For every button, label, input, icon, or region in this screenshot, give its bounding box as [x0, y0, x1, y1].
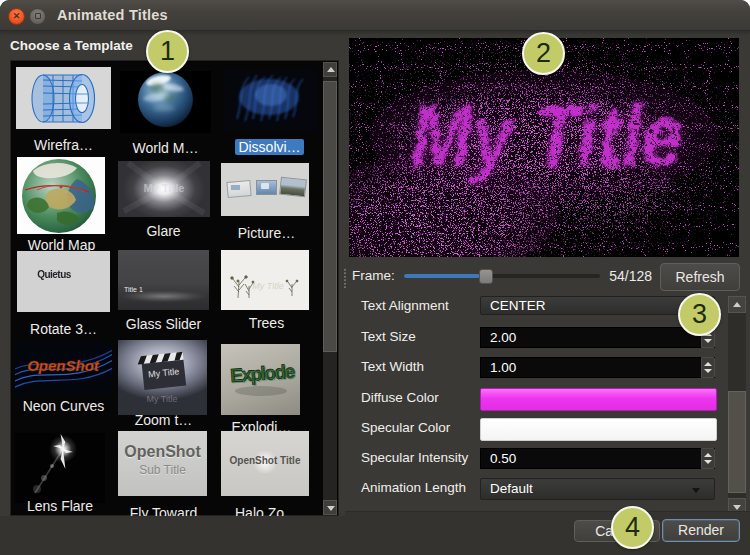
- svg-text:OpenShot: OpenShot: [27, 357, 100, 374]
- svg-text:My Title: My Title: [411, 86, 683, 185]
- svg-text:My Title: My Title: [146, 394, 177, 404]
- svg-text:My Title: My Title: [252, 281, 283, 291]
- svg-text:Explode: Explode: [231, 362, 297, 387]
